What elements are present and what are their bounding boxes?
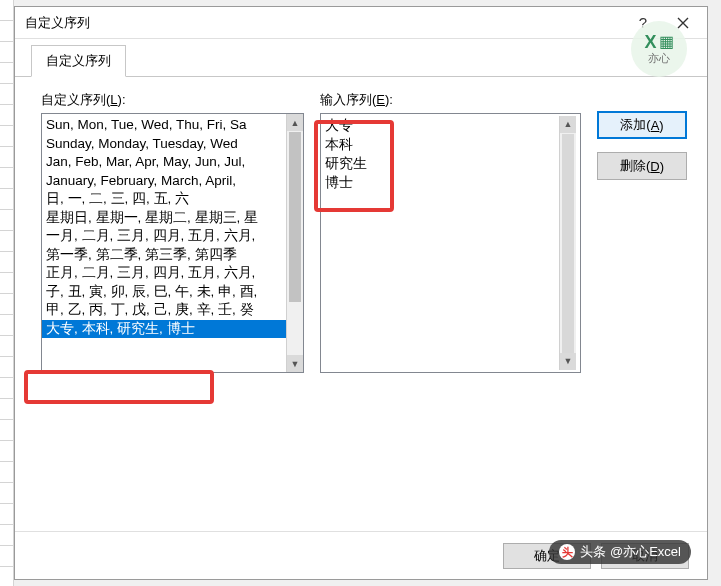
custom-lists-label: 自定义序列(L): [41,91,304,109]
dialog-title: 自定义序列 [25,14,623,32]
close-icon [677,17,689,29]
entries-column: 输入序列(E): 大专 本科 研究生 博士 ▲ ▼ [320,91,581,521]
custom-lists-dialog: 自定义序列 ? X▦ 亦心 自定义序列 自定义序列(L): Sun, Mon, … [14,6,708,580]
scroll-down-button[interactable]: ▼ [287,355,303,372]
watermark-text: 头条 @亦心Excel [580,543,681,561]
custom-lists-box[interactable]: Sun, Mon, Tue, Wed, Thu, Fri, SaSunday, … [41,113,304,373]
watermark-pill: 头 头条 @亦心Excel [549,540,691,564]
scroll-thumb[interactable] [562,134,574,354]
list-item[interactable]: 第一季, 第二季, 第三季, 第四季 [42,246,286,265]
close-button[interactable] [663,9,703,37]
list-item[interactable]: January, February, March, April, [42,172,286,191]
custom-lists-column: 自定义序列(L): Sun, Mon, Tue, Wed, Thu, Fri, … [41,91,304,521]
scrollbar[interactable]: ▲ ▼ [286,114,303,372]
list-item[interactable]: 星期日, 星期一, 星期二, 星期三, 星 [42,209,286,228]
spreadsheet-grid-background [0,0,14,586]
entries-text: 大专 本科 研究生 博士 [325,116,559,370]
entries-label: 输入序列(E): [320,91,581,109]
buttons-column: 添加(A) 删除(D) [597,91,687,521]
tab-custom-lists[interactable]: 自定义序列 [31,45,126,77]
entries-textarea[interactable]: 大专 本科 研究生 博士 ▲ ▼ [320,113,581,373]
list-item[interactable]: Jan, Feb, Mar, Apr, May, Jun, Jul, [42,153,286,172]
list-item[interactable]: Sunday, Monday, Tuesday, Wed [42,135,286,154]
dialog-content: 自定义序列(L): Sun, Mon, Tue, Wed, Thu, Fri, … [15,77,707,531]
scroll-thumb[interactable] [289,132,301,302]
titlebar: 自定义序列 ? [15,7,707,39]
list-item[interactable]: 日, 一, 二, 三, 四, 五, 六 [42,190,286,209]
help-button[interactable]: ? [623,9,663,37]
list-item-selected[interactable]: 大专, 本科, 研究生, 博士 [42,320,286,339]
list-item[interactable]: 甲, 乙, 丙, 丁, 戊, 己, 庚, 辛, 壬, 癸 [42,301,286,320]
watermark-icon: 头 [559,544,575,560]
scroll-up-button[interactable]: ▲ [560,116,576,133]
add-button[interactable]: 添加(A) [597,111,687,139]
scroll-down-button[interactable]: ▼ [560,353,576,370]
delete-button[interactable]: 删除(D) [597,152,687,180]
scroll-up-button[interactable]: ▲ [287,114,303,131]
list-item[interactable]: Sun, Mon, Tue, Wed, Thu, Fri, Sa [42,116,286,135]
list-item[interactable]: 子, 丑, 寅, 卯, 辰, 巳, 午, 未, 申, 酉, [42,283,286,302]
list-item[interactable]: 正月, 二月, 三月, 四月, 五月, 六月, [42,264,286,283]
tab-bar: 自定义序列 [15,39,707,77]
list-item[interactable]: 一月, 二月, 三月, 四月, 五月, 六月, [42,227,286,246]
entries-scrollbar[interactable]: ▲ ▼ [559,116,576,370]
